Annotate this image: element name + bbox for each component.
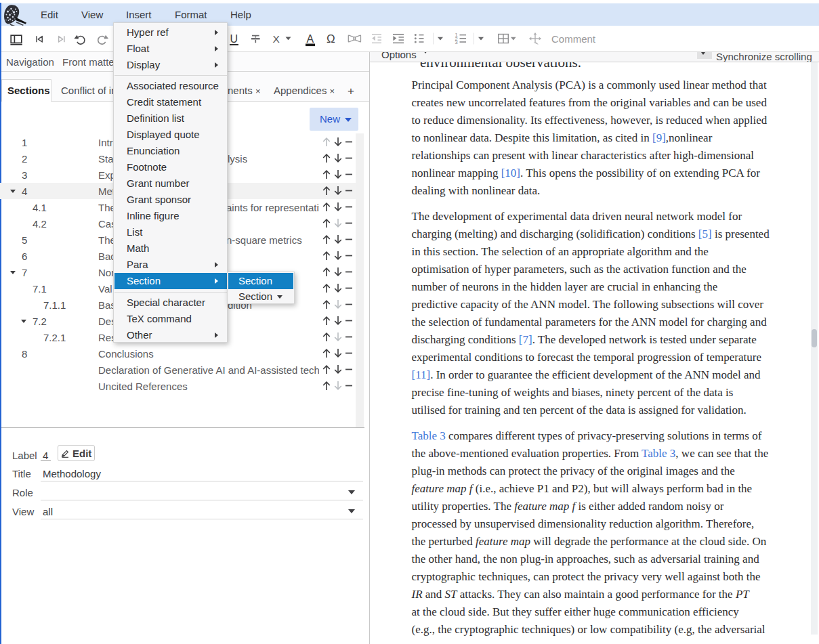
svg-text:A: A — [307, 33, 314, 45]
svg-text:Comment: Comment — [551, 33, 596, 45]
svg-text:U: U — [230, 33, 238, 45]
svg-text:Ω: Ω — [327, 33, 335, 45]
svg-text:3: 3 — [455, 39, 458, 45]
svg-text:X: X — [273, 33, 280, 45]
